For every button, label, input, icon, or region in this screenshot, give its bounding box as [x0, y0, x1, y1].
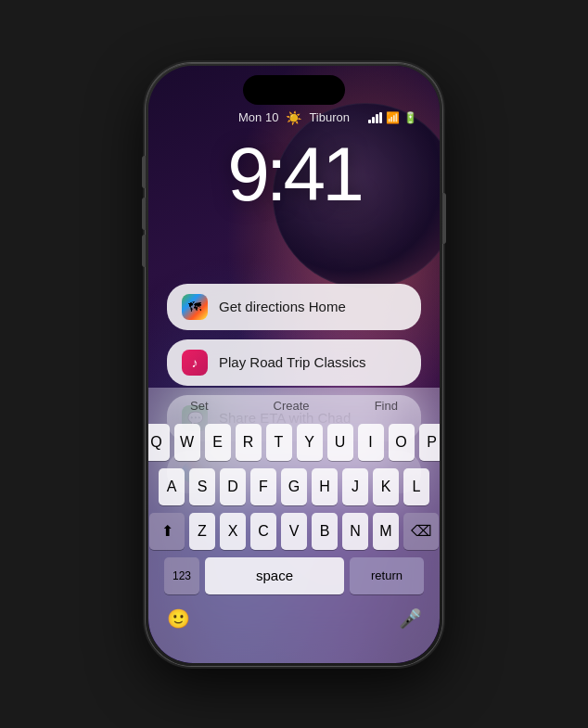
key-s[interactable]: S	[189, 468, 215, 505]
dynamic-island	[243, 75, 345, 105]
status-day: Mon 10	[238, 110, 278, 124]
key-d[interactable]: D	[220, 468, 246, 505]
key-e[interactable]: E	[205, 424, 231, 461]
suggestion-directions-text: Get directions Home	[219, 299, 346, 314]
maps-icon: 🗺	[182, 294, 208, 320]
key-p[interactable]: P	[419, 424, 441, 461]
mic-icon[interactable]: 🎤	[393, 602, 427, 635]
suggestion-directions[interactable]: 🗺 Get directions Home	[167, 284, 421, 330]
sun-icon: ☀️	[286, 110, 301, 125]
status-center: Mon 10 ☀️ Tiburon	[238, 110, 350, 125]
key-c[interactable]: C	[250, 513, 276, 550]
keyboard-row-3: ⬆ Z X C V B N M ⌫	[154, 513, 434, 550]
music-icon: ♪	[182, 350, 208, 376]
keyboard-bottom: 🙂 🎤	[154, 602, 434, 635]
key-q[interactable]: Q	[148, 424, 170, 461]
key-n[interactable]: N	[342, 513, 368, 550]
status-bar: Mon 10 ☀️ Tiburon 📶 🔋	[148, 110, 440, 125]
key-v[interactable]: V	[281, 513, 307, 550]
clock-time: 9:41	[227, 131, 361, 218]
phone-screen: Mon 10 ☀️ Tiburon 📶 🔋 9:41	[148, 66, 440, 663]
key-i[interactable]: I	[358, 424, 384, 461]
key-j[interactable]: J	[342, 468, 368, 505]
key-k[interactable]: K	[373, 468, 399, 505]
key-w[interactable]: W	[174, 424, 200, 461]
phone-frame: Mon 10 ☀️ Tiburon 📶 🔋 9:41	[146, 63, 442, 666]
key-r[interactable]: R	[236, 424, 262, 461]
toolbar-find[interactable]: Find	[360, 395, 413, 416]
status-icons: 📶 🔋	[368, 111, 417, 124]
num-key[interactable]: 123	[164, 557, 199, 594]
space-key[interactable]: space	[205, 557, 344, 594]
key-t[interactable]: T	[266, 424, 292, 461]
key-z[interactable]: Z	[189, 513, 215, 550]
toolbar-create[interactable]: Create	[259, 395, 325, 416]
key-m[interactable]: M	[373, 513, 399, 550]
key-f[interactable]: F	[250, 468, 276, 505]
key-h[interactable]: H	[312, 468, 338, 505]
key-u[interactable]: U	[327, 424, 353, 461]
shift-key[interactable]: ⬆	[149, 513, 185, 550]
keyboard-area: Set Create Find Q W E R T Y U I O P A S	[148, 388, 440, 663]
suggestion-music-text: Play Road Trip Classics	[219, 354, 365, 370]
signal-icon	[368, 112, 382, 123]
battery-icon: 🔋	[403, 111, 417, 124]
toolbar-set[interactable]: Set	[175, 395, 224, 416]
key-g[interactable]: G	[281, 468, 307, 505]
clock-area: 9:41	[148, 131, 440, 218]
delete-key[interactable]: ⌫	[403, 513, 439, 550]
keyboard-row-2: A S D F G H J K L	[154, 468, 434, 505]
key-l[interactable]: L	[403, 468, 429, 505]
key-b[interactable]: B	[312, 513, 338, 550]
suggestion-music[interactable]: ♪ Play Road Trip Classics	[167, 339, 421, 386]
return-key[interactable]: return	[350, 557, 424, 594]
wifi-icon: 📶	[386, 111, 400, 124]
key-o[interactable]: O	[389, 424, 415, 461]
keyboard-row-1: Q W E R T Y U I O P	[154, 424, 434, 461]
key-y[interactable]: Y	[297, 424, 323, 461]
keyboard-toolbar: Set Create Find	[154, 395, 434, 416]
key-x[interactable]: X	[220, 513, 246, 550]
keyboard-row-4: 123 space return	[154, 557, 434, 594]
status-location: Tiburon	[309, 110, 350, 124]
emoji-icon[interactable]: 🙂	[161, 602, 195, 635]
key-a[interactable]: A	[159, 468, 185, 505]
